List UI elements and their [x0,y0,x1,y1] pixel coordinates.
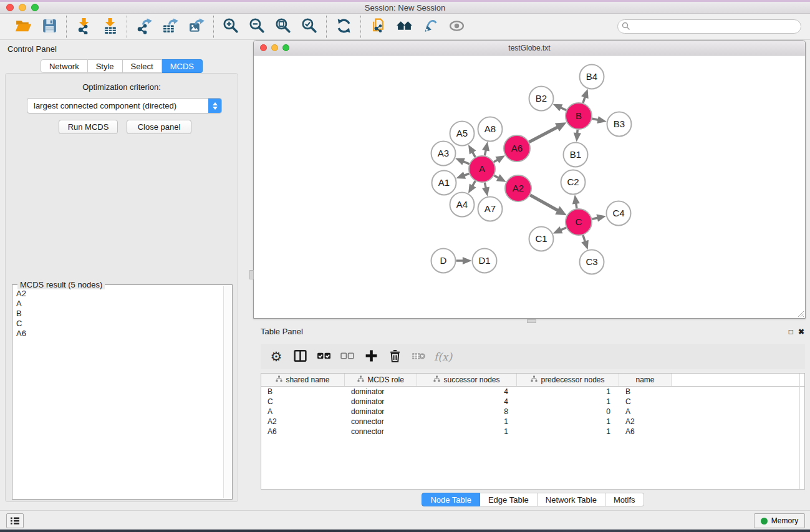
node-D1[interactable]: D1 [473,249,497,273]
network-minimize-button[interactable] [271,44,278,51]
tab-edge-table[interactable]: Edge Table [480,493,538,506]
node-A6[interactable]: A6 [504,135,530,162]
table-row[interactable]: Adominator80A [261,407,804,417]
node-A[interactable]: A [469,156,495,182]
table-row[interactable]: Bdominator41B [261,387,804,397]
network-graph[interactable]: AA1A2A3A4A5A6A7A8BB1B2B3B4CC1C2C3C4DD1 [254,56,805,318]
column-header-MCDS-role[interactable]: MCDS role [345,374,417,386]
table-scrollbar[interactable] [799,374,800,489]
tab-mcds[interactable]: MCDS [162,59,203,73]
tab-select[interactable]: Select [123,59,162,73]
columns-button[interactable] [289,346,311,367]
tab-network-table[interactable]: Network Table [538,493,605,506]
edge-A-A1[interactable] [456,172,469,178]
table-float-panel-icon[interactable]: □ [789,327,793,336]
edge-B-B4[interactable] [581,89,589,103]
zoom-fit-button[interactable] [272,16,294,37]
import-table-button[interactable] [99,16,121,37]
edge-A-A5[interactable] [468,145,476,157]
home-button[interactable] [393,16,415,37]
network-zoom-button[interactable] [282,44,289,51]
node-A3[interactable]: A3 [432,142,456,166]
memory-button[interactable]: Memory [754,513,805,528]
tab-style[interactable]: Style [88,59,123,73]
node-C[interactable]: C [566,209,592,235]
resize-grip[interactable] [797,310,804,317]
column-header-name[interactable]: name [619,374,672,386]
column-header-shared-name[interactable]: shared name [261,374,345,386]
node-A4[interactable]: A4 [450,193,475,217]
criterion-select[interactable]: largest connected component (directed) [27,98,222,114]
export-table-button[interactable] [159,16,181,37]
splitter-grip-horizontal[interactable] [527,319,536,323]
zoom-selected-button[interactable] [298,16,321,37]
column-header-successor-nodes[interactable]: successor nodes [417,374,517,386]
table-close-panel-icon[interactable]: ✖ [798,327,804,336]
tab-motifs[interactable]: Motifs [605,493,644,506]
mcds-result-item[interactable]: C [12,319,223,329]
tab-network[interactable]: Network [41,59,88,73]
table-row[interactable]: A2connector11A2 [261,417,804,427]
edge-A-A4[interactable] [468,181,476,193]
edge-D-D1[interactable] [456,257,472,264]
edge-C-C3[interactable] [581,235,589,250]
hide-annotations-button[interactable] [419,16,441,37]
edge-A-A3[interactable] [455,158,470,165]
open-session-button[interactable] [12,16,34,37]
edge-A2-C[interactable] [530,195,567,216]
node-C3[interactable]: C3 [580,250,604,274]
table-row[interactable]: Cdominator41C [261,397,804,407]
export-network-button[interactable] [133,16,155,37]
delete-row-button[interactable] [384,346,405,367]
node-B2[interactable]: B2 [529,87,554,111]
splitter-grip-vertical[interactable] [249,270,254,279]
network-from-file-button[interactable] [367,16,389,37]
node-D[interactable]: D [432,249,456,273]
node-A8[interactable]: A8 [478,117,503,142]
close-window-button[interactable] [6,4,14,11]
export-image-button[interactable] [185,16,208,37]
edge-A-A7[interactable] [482,183,489,196]
function-builder-button[interactable]: f(x) [432,351,452,363]
table-row[interactable]: A6connector11A6 [261,427,804,437]
node-A7[interactable]: A7 [478,197,503,221]
edge-A-A6[interactable] [494,155,505,163]
add-row-button[interactable] [360,346,382,367]
mcds-result-item[interactable]: B [12,309,223,319]
node-B3[interactable]: B3 [607,112,632,137]
edge-A-A2[interactable] [494,174,506,181]
search-input[interactable] [617,19,801,34]
minimize-window-button[interactable] [19,4,26,11]
mcds-result-item[interactable]: A6 [12,329,223,339]
refresh-button[interactable] [332,16,355,37]
close-panel-button[interactable]: Close panel [127,120,191,134]
run-mcds-button[interactable]: Run MCDS [59,120,118,134]
column-header-predecessor-nodes[interactable]: predecessor nodes [517,374,619,386]
node-B1[interactable]: B1 [564,143,588,167]
edge-B-B1[interactable] [574,130,581,142]
node-A2[interactable]: A2 [505,175,531,201]
edge-C-C1[interactable] [553,226,566,234]
mcds-result-item[interactable]: A [12,299,223,309]
task-history-button[interactable] [6,513,24,528]
edge-A-A8[interactable] [482,142,489,155]
node-B[interactable]: B [566,103,592,129]
mcds-result-item[interactable]: A2 [12,289,223,299]
result-scrollbar[interactable] [223,286,231,498]
node-C2[interactable]: C2 [561,170,586,195]
node-B4[interactable]: B4 [580,65,604,89]
delete-table-button[interactable] [408,346,429,367]
zoom-window-button[interactable] [31,4,39,11]
network-canvas[interactable]: AA1A2A3A4A5A6A7A8BB1B2B3B4CC1C2C3C4DD1 [254,56,805,318]
node-A5[interactable]: A5 [450,122,475,146]
edge-C-C2[interactable] [572,195,580,208]
settings-button[interactable]: ⚙ [266,346,287,367]
show-graphics-details-button[interactable] [445,16,468,37]
node-C1[interactable]: C1 [529,227,554,251]
zoom-out-button[interactable] [246,16,268,37]
select-all-checks-button[interactable] [313,346,334,367]
deselect-all-checks-button[interactable] [337,346,358,367]
tab-node-table[interactable]: Node Table [422,493,480,506]
edge-A6-B[interactable] [529,122,566,142]
import-network-button[interactable] [72,16,95,37]
